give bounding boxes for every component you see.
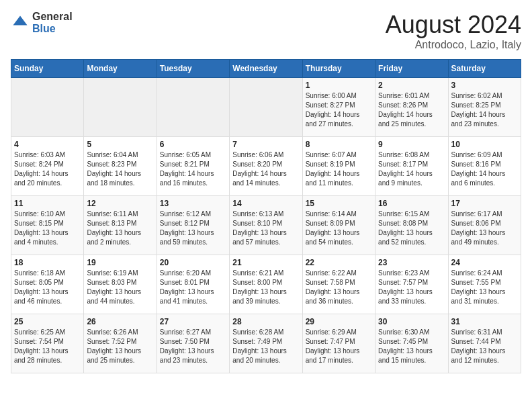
cell-content: Sunrise: 6:22 AMSunset: 7:58 PMDaylight:… (306, 269, 372, 306)
calendar-cell: 29Sunrise: 6:29 AMSunset: 7:47 PMDayligh… (302, 314, 375, 373)
cell-content: Sunrise: 6:07 AMSunset: 8:19 PMDaylight:… (306, 150, 372, 188)
calendar-cell: 3Sunrise: 6:02 AMSunset: 8:25 PMDaylight… (448, 78, 521, 137)
cell-content: Sunrise: 6:27 AMSunset: 7:50 PMDaylight:… (160, 328, 226, 365)
calendar-cell: 23Sunrise: 6:23 AMSunset: 7:57 PMDayligh… (375, 255, 448, 314)
calendar-week-4: 18Sunrise: 6:18 AMSunset: 8:05 PMDayligh… (11, 255, 521, 314)
calendar-cell: 17Sunrise: 6:17 AMSunset: 8:06 PMDayligh… (448, 196, 521, 255)
cell-content: Sunrise: 6:31 AMSunset: 7:44 PMDaylight:… (451, 328, 518, 365)
cell-content: Sunrise: 6:28 AMSunset: 7:49 PMDaylight:… (232, 328, 299, 365)
day-number: 8 (306, 140, 372, 149)
calendar-cell: 25Sunrise: 6:25 AMSunset: 7:54 PMDayligh… (11, 314, 84, 373)
calendar-cell: 31Sunrise: 6:31 AMSunset: 7:44 PMDayligh… (448, 314, 521, 373)
cell-content: Sunrise: 6:25 AMSunset: 7:54 PMDaylight:… (14, 328, 81, 365)
cell-content: Sunrise: 6:19 AMSunset: 8:03 PMDaylight:… (87, 269, 153, 306)
cell-content: Sunrise: 6:18 AMSunset: 8:05 PMDaylight:… (14, 269, 81, 306)
logo-blue: Blue (32, 23, 73, 35)
calendar-cell: 12Sunrise: 6:11 AMSunset: 8:13 PMDayligh… (84, 196, 157, 255)
day-number: 17 (451, 199, 518, 208)
cell-content: Sunrise: 6:11 AMSunset: 8:13 PMDaylight:… (87, 210, 153, 247)
logo-text: General Blue (32, 11, 73, 34)
day-number: 29 (306, 317, 372, 326)
calendar-cell: 1Sunrise: 6:00 AMSunset: 8:27 PMDaylight… (302, 78, 375, 137)
calendar-cell: 27Sunrise: 6:27 AMSunset: 7:50 PMDayligh… (157, 314, 229, 373)
calendar-cell: 19Sunrise: 6:19 AMSunset: 8:03 PMDayligh… (84, 255, 157, 314)
cell-content: Sunrise: 6:09 AMSunset: 8:16 PMDaylight:… (451, 150, 518, 188)
title-block: August 2024 Antrodoco, Lazio, Italy (386, 11, 521, 51)
cell-content: Sunrise: 6:15 AMSunset: 8:08 PMDaylight:… (378, 210, 445, 247)
cell-content: Sunrise: 6:26 AMSunset: 7:52 PMDaylight:… (87, 328, 153, 365)
day-number: 9 (378, 140, 445, 149)
calendar-cell: 26Sunrise: 6:26 AMSunset: 7:52 PMDayligh… (84, 314, 157, 373)
day-header-sunday: Sunday (11, 60, 84, 78)
calendar-cell: 2Sunrise: 6:01 AMSunset: 8:26 PMDaylight… (375, 78, 448, 137)
day-header-thursday: Thursday (302, 60, 375, 78)
calendar-cell: 7Sunrise: 6:06 AMSunset: 8:20 PMDaylight… (230, 137, 302, 196)
day-header-monday: Monday (84, 60, 157, 78)
calendar-cell: 8Sunrise: 6:07 AMSunset: 8:19 PMDaylight… (302, 137, 375, 196)
cell-content: Sunrise: 6:20 AMSunset: 8:01 PMDaylight:… (160, 269, 226, 306)
location: Antrodoco, Lazio, Italy (386, 39, 521, 51)
calendar-week-3: 11Sunrise: 6:10 AMSunset: 8:15 PMDayligh… (11, 196, 521, 255)
cell-content: Sunrise: 6:00 AMSunset: 8:27 PMDaylight:… (306, 91, 372, 129)
day-number: 4 (14, 140, 81, 149)
calendar-cell: 10Sunrise: 6:09 AMSunset: 8:16 PMDayligh… (448, 137, 521, 196)
calendar-cell: 11Sunrise: 6:10 AMSunset: 8:15 PMDayligh… (11, 196, 84, 255)
cell-content: Sunrise: 6:23 AMSunset: 7:57 PMDaylight:… (378, 269, 445, 306)
cell-content: Sunrise: 6:21 AMSunset: 8:00 PMDaylight:… (232, 269, 299, 306)
cell-content: Sunrise: 6:01 AMSunset: 8:26 PMDaylight:… (378, 91, 445, 129)
calendar-cell (157, 78, 229, 137)
calendar-cell: 6Sunrise: 6:05 AMSunset: 8:21 PMDaylight… (157, 137, 229, 196)
day-number: 5 (87, 140, 153, 149)
cell-content: Sunrise: 6:12 AMSunset: 8:12 PMDaylight:… (160, 210, 226, 247)
calendar-cell (11, 78, 84, 137)
day-number: 20 (160, 258, 226, 267)
day-number: 12 (87, 199, 153, 208)
day-number: 11 (14, 199, 81, 208)
day-number: 28 (232, 317, 299, 326)
month-title: August 2024 (386, 11, 521, 39)
day-number: 15 (306, 199, 372, 208)
cell-content: Sunrise: 6:14 AMSunset: 8:09 PMDaylight:… (306, 210, 372, 247)
day-header-wednesday: Wednesday (230, 60, 302, 78)
day-number: 23 (378, 258, 445, 267)
svg-marker-0 (13, 15, 28, 25)
cell-content: Sunrise: 6:03 AMSunset: 8:24 PMDaylight:… (14, 150, 81, 188)
day-number: 6 (160, 140, 226, 149)
days-header-row: SundayMondayTuesdayWednesdayThursdayFrid… (11, 60, 521, 78)
cell-content: Sunrise: 6:04 AMSunset: 8:23 PMDaylight:… (87, 150, 153, 188)
calendar-cell: 5Sunrise: 6:04 AMSunset: 8:23 PMDaylight… (84, 137, 157, 196)
day-number: 2 (378, 81, 445, 90)
day-number: 30 (378, 317, 445, 326)
page-header: General Blue August 2024 Antrodoco, Lazi… (11, 11, 521, 51)
day-number: 1 (306, 81, 372, 90)
calendar-cell: 16Sunrise: 6:15 AMSunset: 8:08 PMDayligh… (375, 196, 448, 255)
calendar-week-5: 25Sunrise: 6:25 AMSunset: 7:54 PMDayligh… (11, 314, 521, 373)
cell-content: Sunrise: 6:17 AMSunset: 8:06 PMDaylight:… (451, 210, 518, 247)
day-number: 27 (160, 317, 226, 326)
day-number: 24 (451, 258, 518, 267)
calendar-cell: 30Sunrise: 6:30 AMSunset: 7:45 PMDayligh… (375, 314, 448, 373)
day-header-saturday: Saturday (448, 60, 521, 78)
calendar-cell: 22Sunrise: 6:22 AMSunset: 7:58 PMDayligh… (302, 255, 375, 314)
day-number: 13 (160, 199, 226, 208)
day-number: 21 (232, 258, 299, 267)
day-number: 14 (232, 199, 299, 208)
cell-content: Sunrise: 6:10 AMSunset: 8:15 PMDaylight:… (14, 210, 81, 247)
logo: General Blue (11, 11, 73, 34)
calendar-cell: 14Sunrise: 6:13 AMSunset: 8:10 PMDayligh… (230, 196, 302, 255)
day-number: 18 (14, 258, 81, 267)
cell-content: Sunrise: 6:06 AMSunset: 8:20 PMDaylight:… (232, 150, 299, 188)
calendar-cell: 20Sunrise: 6:20 AMSunset: 8:01 PMDayligh… (157, 255, 229, 314)
cell-content: Sunrise: 6:24 AMSunset: 7:55 PMDaylight:… (451, 269, 518, 306)
calendar-cell: 13Sunrise: 6:12 AMSunset: 8:12 PMDayligh… (157, 196, 229, 255)
calendar-cell: 24Sunrise: 6:24 AMSunset: 7:55 PMDayligh… (448, 255, 521, 314)
calendar-week-2: 4Sunrise: 6:03 AMSunset: 8:24 PMDaylight… (11, 137, 521, 196)
day-number: 25 (14, 317, 81, 326)
calendar-table: SundayMondayTuesdayWednesdayThursdayFrid… (11, 59, 521, 373)
cell-content: Sunrise: 6:13 AMSunset: 8:10 PMDaylight:… (232, 210, 299, 247)
day-number: 7 (232, 140, 299, 149)
cell-content: Sunrise: 6:05 AMSunset: 8:21 PMDaylight:… (160, 150, 226, 188)
cell-content: Sunrise: 6:29 AMSunset: 7:47 PMDaylight:… (306, 328, 372, 365)
day-number: 10 (451, 140, 518, 149)
day-number: 3 (451, 81, 518, 90)
